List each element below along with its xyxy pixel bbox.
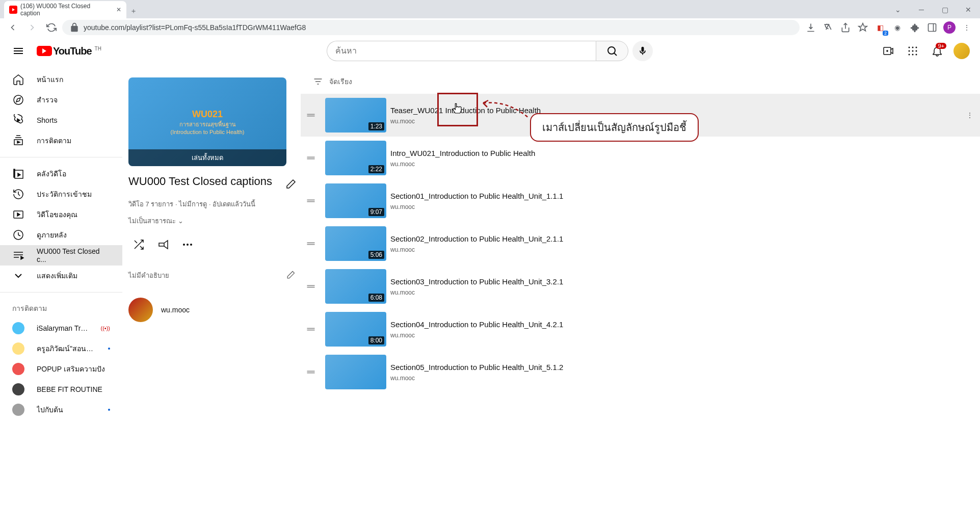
- playlist-video-row[interactable]: 8:00Section04_Introduction to Public Hea…: [301, 308, 980, 351]
- back-button[interactable]: [4, 19, 21, 36]
- edit-description-button[interactable]: [280, 265, 301, 285]
- more-actions-button[interactable]: [177, 234, 198, 255]
- kebab-menu-icon[interactable]: ⋮: [960, 20, 974, 35]
- hamburger-menu[interactable]: [8, 41, 29, 61]
- playlist-thumbnail[interactable]: WU021 การสาธารณสุขพื้นฐาน (Introduction …: [128, 77, 286, 166]
- video-menu-button[interactable]: ⋮: [960, 111, 980, 119]
- window-controls: ⌄ ─ ▢ ✕: [886, 1, 980, 18]
- video-title: Section05_Introduction to Public Health_…: [390, 362, 968, 373]
- side-panel-icon[interactable]: [925, 20, 939, 35]
- subscription-channel[interactable]: iSalaryman Trader((•)): [0, 318, 122, 338]
- sidebar-item-your-videos[interactable]: วิดีโอของคุณ: [0, 204, 122, 225]
- playlist-video-row[interactable]: 6:08Section03_Introduction to Public Hea…: [301, 265, 980, 308]
- sort-button[interactable]: จัดเรียง: [301, 69, 980, 94]
- svg-point-1: [608, 47, 615, 54]
- reload-button[interactable]: [43, 19, 60, 36]
- lens-icon[interactable]: ◉: [890, 20, 905, 35]
- forward-button[interactable]: [23, 19, 41, 36]
- puzzle-icon[interactable]: [908, 20, 922, 35]
- search-button[interactable]: [596, 41, 628, 61]
- sidebar-item-subscriptions[interactable]: การติดตาม: [0, 130, 122, 151]
- svg-point-9: [908, 54, 910, 56]
- playlist-video-row[interactable]: 2:22Intro_WU021_Introduction to Public H…: [301, 137, 980, 179]
- channel-avatar: [12, 322, 24, 334]
- channel-name: ครูอภิวัฒน์"สอนสร้าง...: [37, 343, 96, 354]
- drag-handle-icon[interactable]: [301, 281, 321, 292]
- download-icon[interactable]: [804, 20, 818, 35]
- close-tab-icon[interactable]: ✕: [116, 6, 121, 13]
- star-icon[interactable]: [856, 20, 870, 35]
- translate-icon[interactable]: [821, 20, 835, 35]
- playlist-video-row[interactable]: 5:06Section02_Introduction to Public Hea…: [301, 222, 980, 265]
- video-channel: wu.mooc: [390, 289, 968, 296]
- maximize-button[interactable]: ▢: [933, 1, 957, 18]
- svg-point-10: [912, 54, 913, 56]
- drag-handle-icon[interactable]: [301, 196, 321, 206]
- search-input[interactable]: [327, 41, 596, 61]
- sidebar-item-playlist[interactable]: WU000 Test Closed c...: [0, 245, 122, 266]
- sidebar-item-compass[interactable]: สำรวจ: [0, 90, 122, 110]
- minimize-button[interactable]: ─: [910, 1, 933, 18]
- subscription-channel[interactable]: ครูอภิวัฒน์"สอนสร้าง...: [0, 338, 122, 359]
- sidebar-item-label: สำรวจ: [37, 94, 58, 105]
- chevron-down-icon: ⌄: [178, 217, 183, 225]
- svg-point-11: [915, 54, 917, 56]
- drag-handle-icon[interactable]: [301, 324, 321, 334]
- playlist-owner[interactable]: wu.mooc: [128, 298, 301, 322]
- video-title: Section04_Introduction to Public Health_…: [390, 320, 968, 330]
- playlist-video-row[interactable]: Section05_Introduction to Public Health_…: [301, 351, 980, 393]
- video-thumbnail: 8:00: [325, 312, 386, 347]
- playlist-meta: วิดีโอ 7 รายการ · ไม่มีการดู · อัปเดตแล้…: [128, 199, 301, 209]
- video-thumbnail: 6:08: [325, 269, 386, 304]
- sidebar-item-label: Shorts: [37, 116, 57, 124]
- drag-handle-icon[interactable]: [301, 110, 321, 120]
- sidebar-item-chevron-down[interactable]: แสดงเพิ่มเติม: [0, 266, 122, 286]
- video-duration: 9:07: [368, 208, 384, 216]
- video-title: Section01_Introduction to Public Health_…: [390, 191, 968, 201]
- sidebar-item-shorts[interactable]: Shorts: [0, 110, 122, 130]
- shorts-icon: [12, 114, 24, 126]
- channel-avatar: [12, 342, 24, 355]
- account-avatar[interactable]: [951, 41, 972, 61]
- channel-avatar: [12, 404, 24, 416]
- sidebar-item-watch-later[interactable]: ดูภายหลัง: [0, 225, 122, 245]
- sort-icon: [313, 76, 323, 87]
- extension-badge-icon[interactable]: ◧2: [873, 20, 887, 35]
- video-list: จัดเรียง 1:23Teaser_WU021 Introduction t…: [301, 65, 980, 530]
- share-button[interactable]: [153, 234, 173, 255]
- notifications-button[interactable]: 9+: [927, 41, 947, 61]
- sidebar-item-home[interactable]: หน้าแรก: [0, 69, 122, 90]
- sidebar-item-library[interactable]: คลังวิดีโอ: [0, 164, 122, 184]
- share-icon[interactable]: [838, 20, 853, 35]
- new-tab-button[interactable]: ＋: [126, 4, 141, 18]
- subscription-channel[interactable]: ไปกับต้น: [0, 400, 122, 420]
- drag-handle-icon[interactable]: [301, 153, 321, 163]
- chevron-down-icon[interactable]: ⌄: [886, 1, 910, 18]
- description-placeholder: ไม่มีคำอธิบาย: [128, 270, 169, 281]
- playlist-icon: [12, 249, 24, 261]
- sidebar-item-history[interactable]: ประวัติการเข้าชม: [0, 184, 122, 204]
- create-button[interactable]: [878, 41, 898, 61]
- shuffle-button[interactable]: [128, 234, 149, 255]
- video-channel: wu.mooc: [390, 332, 968, 339]
- video-title: Section03_Introduction to Public Health_…: [390, 277, 968, 287]
- browser-tab[interactable]: (106) WU000 Test Closed caption ✕: [4, 1, 126, 18]
- profile-avatar[interactable]: P: [942, 20, 957, 35]
- drag-handle-icon[interactable]: [301, 238, 321, 249]
- close-window-button[interactable]: ✕: [957, 1, 980, 18]
- apps-grid-icon[interactable]: [903, 41, 923, 61]
- youtube-logo-text: YouTube: [53, 45, 92, 57]
- subscription-channel[interactable]: POPUP เสริมความปัง: [0, 359, 122, 379]
- svg-point-3: [908, 47, 910, 48]
- youtube-logo[interactable]: YouTube TH: [37, 45, 101, 57]
- owner-avatar: [128, 298, 153, 322]
- url-input[interactable]: youtube.com/playlist?list=PLomFq-s55LBa5…: [62, 20, 800, 35]
- subscription-channel[interactable]: BEBE FIT ROUTINE: [0, 379, 122, 400]
- privacy-dropdown[interactable]: ไม่เป็นสาธารณะ⌄: [128, 216, 301, 226]
- voice-search-button[interactable]: [632, 41, 653, 61]
- drag-handle-icon[interactable]: [301, 367, 321, 377]
- svg-point-7: [912, 50, 913, 52]
- edit-title-button[interactable]: [280, 174, 301, 195]
- playlist-video-row[interactable]: 9:07Section01_Introduction to Public Hea…: [301, 179, 980, 222]
- video-duration: 6:08: [368, 294, 384, 302]
